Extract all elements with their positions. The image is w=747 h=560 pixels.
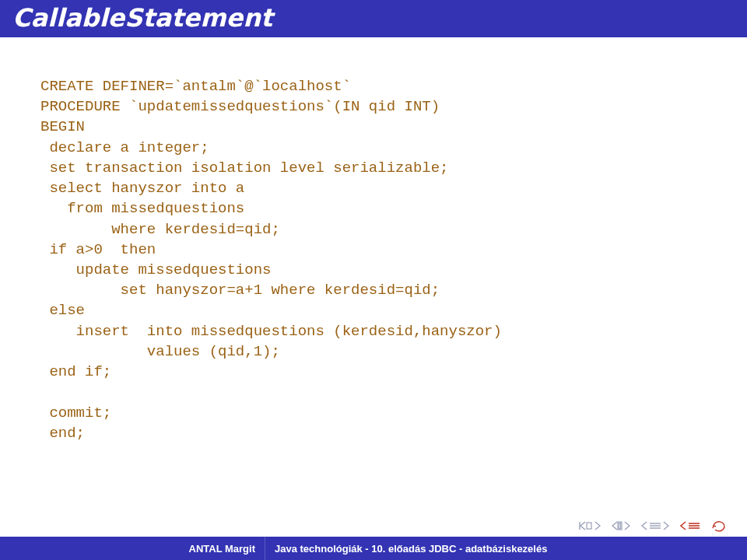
nav-loop[interactable] (711, 520, 727, 532)
prev-icon (612, 521, 622, 530)
title-bar: CallableStatement (0, 0, 747, 37)
equiv-icon (649, 521, 661, 530)
chevron-right-icon (624, 521, 630, 530)
svg-rect-3 (619, 523, 621, 529)
nav-back[interactable] (641, 521, 669, 530)
chevron-right-icon (663, 521, 669, 530)
chevron-right-icon (594, 521, 601, 530)
equiv-red-icon (688, 521, 700, 530)
svg-rect-1 (587, 523, 591, 529)
slide: CallableStatement CREATE DEFINER=`antalm… (0, 0, 747, 560)
code-block: CREATE DEFINER=`antalm`@`localhost` PROC… (40, 76, 707, 443)
chevron-left-icon (641, 521, 647, 530)
slide-title: CallableStatement (12, 3, 735, 33)
nav-prev[interactable] (612, 521, 630, 530)
first-icon (579, 521, 593, 530)
chevron-left-red-icon (680, 521, 686, 530)
nav-first[interactable] (579, 521, 601, 530)
nav-controls (579, 520, 727, 532)
footer-topic: Java technológiák - 10. előadás JDBC - a… (265, 543, 747, 555)
nav-next[interactable] (680, 521, 700, 530)
slide-content: CREATE DEFINER=`antalm`@`localhost` PROC… (0, 37, 747, 443)
footer: ANTAL Margit Java technológiák - 10. elő… (0, 537, 747, 560)
footer-author: ANTAL Margit (0, 543, 265, 555)
loop-icon (711, 520, 727, 532)
